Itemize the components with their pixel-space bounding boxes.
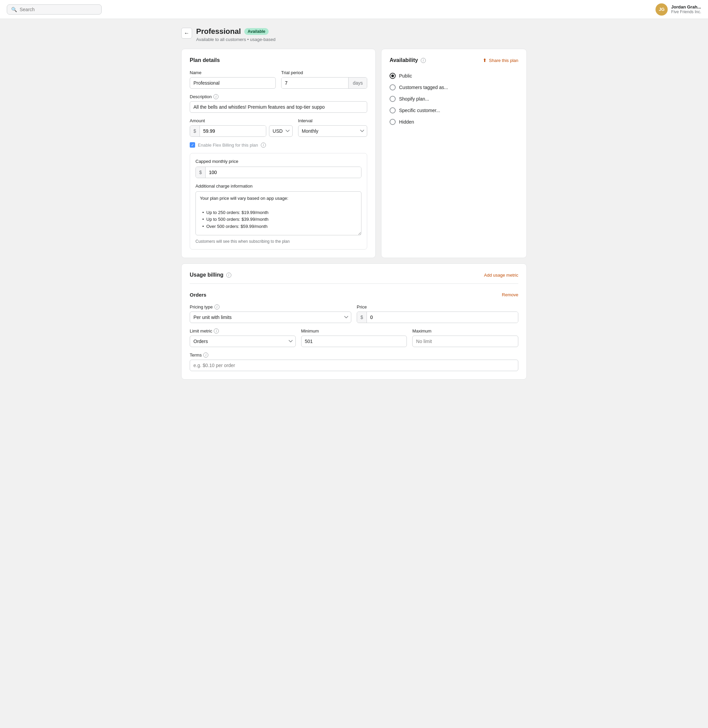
availability-header: Availability i ⬆ Share this plan [390, 57, 518, 63]
amount-label: Amount [190, 118, 293, 123]
minimum-input[interactable] [301, 336, 407, 347]
user-name: Jordan Grah... [671, 4, 701, 10]
flex-billing-info-icon[interactable]: i [261, 143, 266, 148]
trial-group: Trial period days [281, 70, 367, 89]
name-group: Name [190, 70, 276, 89]
usage-billing-title: Usage billing [190, 272, 223, 278]
search-icon: 🔍 [11, 7, 17, 12]
radio-option-tagged[interactable]: Customers tagged as... [390, 82, 518, 93]
price-input-group: $ [357, 311, 518, 323]
availability-title: Availability [390, 57, 418, 63]
radio-circle-tagged [390, 84, 396, 90]
maximum-group: Maximum [412, 329, 518, 347]
flex-billing-label: Enable Flex Billing for this plan [198, 143, 258, 148]
trial-suffix: days [348, 78, 367, 88]
radio-label-public: Public [399, 73, 412, 78]
usage-title-row: Usage billing i [190, 272, 231, 278]
name-trial-row: Name Trial period days [190, 70, 367, 89]
additional-charge-label: Additional charge information [196, 184, 361, 189]
back-button[interactable]: ← [181, 28, 192, 39]
pricing-type-select[interactable]: Per unit with limits Per unit Flat fee V… [190, 311, 351, 323]
orders-header: Orders Remove [190, 292, 518, 298]
description-group: Description i [190, 94, 367, 113]
availability-card: Availability i ⬆ Share this plan Public … [381, 49, 527, 258]
add-usage-metric-button[interactable]: Add usage metric [484, 272, 518, 278]
radio-option-public[interactable]: Public [390, 70, 518, 82]
amount-currency-group: $ USD [190, 125, 293, 137]
description-info-icon[interactable]: i [213, 94, 219, 99]
capped-price-label: Capped monthly price [196, 159, 361, 164]
price-label: Price [357, 304, 518, 310]
radio-label-specific: Specific customer... [399, 108, 440, 113]
name-input[interactable] [190, 77, 276, 89]
radio-circle-hidden [390, 119, 396, 125]
interval-label: Interval [298, 118, 367, 123]
search-bar[interactable]: 🔍 [7, 4, 102, 14]
description-label: Description i [190, 94, 367, 99]
plan-details-title: Plan details [190, 57, 367, 63]
description-input[interactable] [190, 101, 367, 113]
minimum-label: Minimum [301, 329, 407, 333]
radio-option-shopify[interactable]: Shopify plan... [390, 93, 518, 105]
user-company: Five Friends Inc. [671, 10, 701, 14]
page-subtitle: Available to all customers • usage-based [196, 37, 276, 42]
avatar: JG [656, 3, 668, 16]
minimum-group: Minimum [301, 329, 407, 347]
charge-textarea[interactable]: Your plan price will vary based on app u… [196, 191, 361, 235]
trial-label: Trial period [281, 70, 367, 75]
terms-info-icon[interactable]: i [203, 353, 208, 357]
share-icon: ⬆ [483, 58, 487, 63]
maximum-input[interactable] [412, 336, 518, 347]
radio-option-hidden[interactable]: Hidden [390, 116, 518, 128]
cards-row: Plan details Name Trial period days [181, 49, 527, 258]
radio-label-shopify: Shopify plan... [399, 96, 429, 101]
currency-select[interactable]: USD [269, 125, 293, 137]
trial-value-input[interactable] [281, 78, 348, 88]
amount-input[interactable] [200, 126, 266, 136]
terms-group: Terms i [190, 353, 518, 371]
trial-period-input[interactable]: days [281, 77, 367, 89]
limit-metric-info-icon[interactable]: i [214, 329, 219, 333]
limit-metric-select[interactable]: Orders Revenue Customers [190, 336, 296, 347]
user-details: Jordan Grah... Five Friends Inc. [671, 4, 701, 14]
capped-price-input-group: $ [196, 166, 361, 178]
share-plan-button[interactable]: ⬆ Share this plan [483, 58, 518, 63]
pricing-price-row: Pricing type i Per unit with limits Per … [190, 304, 518, 323]
share-plan-label: Share this plan [489, 58, 518, 63]
interval-group: Interval Monthly Yearly [298, 118, 367, 137]
interval-select[interactable]: Monthly Yearly [298, 125, 367, 137]
availability-info-icon[interactable]: i [421, 58, 426, 63]
orders-section: Orders Remove Pricing type i Per unit wi… [190, 292, 518, 371]
usage-billing-info-icon[interactable]: i [226, 272, 231, 278]
price-group: Price $ [357, 304, 518, 323]
flex-billing-checkbox[interactable]: ✓ [190, 142, 195, 148]
radio-option-specific[interactable]: Specific customer... [390, 105, 518, 116]
radio-circle-shopify [390, 96, 396, 102]
capped-price-symbol: $ [196, 167, 206, 178]
radio-circle-public [390, 73, 396, 79]
price-input[interactable] [367, 312, 518, 323]
radio-label-tagged: Customers tagged as... [399, 85, 448, 90]
pricing-type-group: Pricing type i Per unit with limits Per … [190, 304, 351, 323]
name-label: Name [190, 70, 276, 75]
limit-min-max-row: Limit metric i Orders Revenue Customers … [190, 329, 518, 347]
amount-field: Amount $ USD [190, 118, 293, 137]
radio-circle-specific [390, 107, 396, 113]
checkbox-check-icon: ✓ [191, 143, 194, 147]
terms-label: Terms i [190, 353, 518, 357]
pricing-type-info-icon[interactable]: i [215, 304, 219, 310]
flex-billing-row: ✓ Enable Flex Billing for this plan i [190, 142, 367, 148]
availability-title-row: Availability i [390, 57, 426, 63]
remove-button[interactable]: Remove [502, 292, 518, 297]
capped-price-input[interactable] [206, 167, 361, 178]
price-symbol: $ [357, 312, 367, 323]
page-container: ← Professional Available Available to al… [174, 19, 534, 393]
usage-billing-card: Usage billing i Add usage metric Orders … [181, 263, 527, 379]
top-nav: 🔍 JG Jordan Grah... Five Friends Inc. [0, 0, 708, 19]
page-title: Professional [196, 27, 241, 36]
plan-details-card: Plan details Name Trial period days [181, 49, 376, 258]
search-input[interactable] [20, 7, 97, 12]
user-info: JG Jordan Grah... Five Friends Inc. [656, 3, 701, 16]
maximum-label: Maximum [412, 329, 518, 333]
terms-input[interactable] [190, 360, 518, 371]
